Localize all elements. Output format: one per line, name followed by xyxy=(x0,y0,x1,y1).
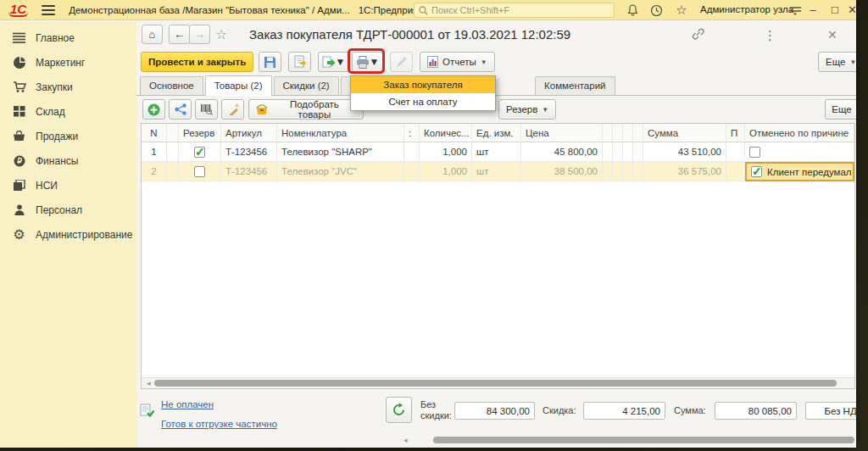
col-header-narrow[interactable] xyxy=(603,124,613,142)
vat-field[interactable]: Без НДС xyxy=(805,402,856,420)
cell-sum[interactable]: 43 510,00 xyxy=(643,142,726,162)
goods-more-button[interactable]: Еще xyxy=(825,99,856,120)
form-close-icon[interactable]: ✕ xyxy=(827,28,837,42)
sidebar-item-administration[interactable]: ⚙ Администрирование xyxy=(0,222,136,247)
cell-unit[interactable]: шт xyxy=(472,162,521,181)
cell-name[interactable]: Телевизор "JVC" xyxy=(277,162,404,181)
col-header-cancelled[interactable]: Отменено по причине xyxy=(745,124,854,142)
cell-narrow[interactable] xyxy=(633,162,643,181)
cell-n[interactable]: 1 xyxy=(142,142,167,162)
shipping-status-link[interactable]: Готов к отгрузке частично xyxy=(161,419,277,429)
col-header-p[interactable]: П xyxy=(726,124,745,142)
cell-cancelled-selected[interactable]: Клиент передумал xyxy=(745,162,854,181)
hamburger-icon[interactable] xyxy=(42,3,55,18)
sidebar-item-sales[interactable]: Продажи xyxy=(0,124,136,148)
pick-goods-button[interactable]: Подобрать товары xyxy=(248,99,364,120)
minimize-button[interactable]: – xyxy=(804,2,822,19)
col-header-narrow[interactable] xyxy=(613,124,623,142)
cell-narrow[interactable] xyxy=(623,142,633,162)
cell-reserve[interactable] xyxy=(179,142,221,162)
cell-narrow[interactable] xyxy=(603,142,613,162)
cell-blank[interactable] xyxy=(167,162,179,181)
save-button[interactable] xyxy=(259,52,281,72)
sidebar-item-finance[interactable]: ₽ Финансы xyxy=(0,148,136,173)
print-button[interactable]: ▼ xyxy=(352,52,383,72)
menu-item-invoice[interactable]: Счет на оплату xyxy=(351,93,495,110)
sidebar-item-main[interactable]: Главное xyxy=(0,25,136,50)
discount-field[interactable]: 4 215,00 xyxy=(583,402,665,420)
tab-discounts[interactable]: Скидки (2) xyxy=(274,76,339,95)
maximize-button[interactable]: ☐ xyxy=(826,2,844,19)
cell-price[interactable]: 45 800,00 xyxy=(521,142,603,162)
create-based-on-button[interactable]: ▼ xyxy=(318,52,349,72)
cell-p[interactable] xyxy=(726,142,745,162)
sidebar-item-marketing[interactable]: Маркетинг xyxy=(0,50,136,75)
cell-reserve[interactable] xyxy=(179,162,221,181)
cell-cancelled[interactable] xyxy=(745,142,854,162)
total-field[interactable]: 80 085,00 xyxy=(715,402,797,420)
no-discount-field[interactable]: 84 300,00 xyxy=(454,402,535,420)
home-button[interactable]: ⌂ xyxy=(142,25,163,44)
cell-p[interactable] xyxy=(726,162,745,181)
sidebar-item-warehouse[interactable]: Склад xyxy=(0,99,136,124)
reserve-checkbox[interactable] xyxy=(194,147,205,158)
cell-qty[interactable]: 1,000 xyxy=(420,142,472,162)
cancelled-checkbox[interactable] xyxy=(749,147,760,158)
cell-n[interactable]: 2 xyxy=(142,162,167,181)
cell-narrow[interactable] xyxy=(603,162,613,181)
cell-blank[interactable] xyxy=(167,142,179,162)
cell-char[interactable] xyxy=(404,162,420,181)
current-user[interactable]: Администратор узла xyxy=(700,4,793,14)
reports-button[interactable]: Отчеты ▼ xyxy=(420,52,495,72)
col-header-blank[interactable] xyxy=(167,124,179,142)
col-header-char[interactable]: : xyxy=(404,124,420,142)
cell-narrow[interactable] xyxy=(613,142,623,162)
scrollbar-thumb[interactable] xyxy=(433,437,854,443)
col-header-n[interactable]: N xyxy=(142,124,167,142)
search-input[interactable]: Поиск Ctrl+Shift+F xyxy=(414,3,615,18)
sidebar-item-purchases[interactable]: Закупки xyxy=(0,75,136,99)
tab-main[interactable]: Основное xyxy=(140,76,203,95)
post-document-button[interactable] xyxy=(288,52,311,72)
col-header-narrow[interactable] xyxy=(633,124,643,142)
sidebar-item-personnel[interactable]: Персонал xyxy=(0,198,136,222)
col-header-article[interactable]: Артикул xyxy=(221,124,277,142)
cell-char[interactable] xyxy=(404,142,420,162)
form-horizontal-scrollbar[interactable]: ◂ xyxy=(398,436,854,444)
share-button[interactable] xyxy=(169,99,192,120)
table-horizontal-scrollbar[interactable]: ◂ xyxy=(142,377,854,388)
col-header-unit[interactable]: Ед. изм. xyxy=(472,124,521,142)
history-icon[interactable] xyxy=(648,3,665,18)
col-header-sum[interactable]: Сумма xyxy=(643,124,726,142)
magic-wand-button[interactable] xyxy=(221,99,244,120)
favorite-star-icon[interactable]: ☆ xyxy=(215,26,227,42)
scroll-left-arrow-icon[interactable]: ◂ xyxy=(147,379,151,387)
post-and-close-button[interactable]: Провести и закрыть xyxy=(141,52,253,72)
tab-comment[interactable]: Комментарий xyxy=(535,76,615,95)
cell-price[interactable]: 38 500,00 xyxy=(521,162,603,181)
reserve-checkbox[interactable] xyxy=(194,166,205,177)
cell-article[interactable]: Т-123456 xyxy=(221,162,277,181)
col-header-reserve[interactable]: Резерв xyxy=(179,124,221,142)
cell-unit[interactable]: шт xyxy=(472,142,521,162)
col-header-narrow[interactable] xyxy=(623,124,633,142)
tab-goods[interactable]: Товары (2) xyxy=(205,75,272,96)
scroll-left-arrow-icon[interactable]: ◂ xyxy=(403,436,408,444)
form-more-button[interactable]: Еще ▼ xyxy=(818,52,856,72)
forward-button[interactable]: → xyxy=(189,25,210,44)
notifications-bell-icon[interactable] xyxy=(624,3,641,18)
col-header-nomenclature[interactable]: Номенклатура xyxy=(277,124,404,142)
window-close-button[interactable]: ✕ xyxy=(848,2,856,19)
edit-button[interactable] xyxy=(390,52,413,72)
barcode-button[interactable] xyxy=(195,99,218,120)
cancelled-checkbox[interactable] xyxy=(751,166,762,177)
back-button[interactable]: ← xyxy=(169,25,190,44)
scrollbar-thumb[interactable] xyxy=(154,380,837,387)
menu-item-customer-order[interactable]: Заказ покупателя xyxy=(351,76,495,93)
link-icon[interactable] xyxy=(692,28,704,42)
favorites-star-icon[interactable]: ☆ xyxy=(673,3,690,18)
cell-sum[interactable]: 36 575,00 xyxy=(643,162,726,181)
cell-narrow[interactable] xyxy=(633,142,643,162)
cell-narrow[interactable] xyxy=(613,162,623,181)
sidebar-item-nsi[interactable]: НСИ xyxy=(0,173,136,198)
